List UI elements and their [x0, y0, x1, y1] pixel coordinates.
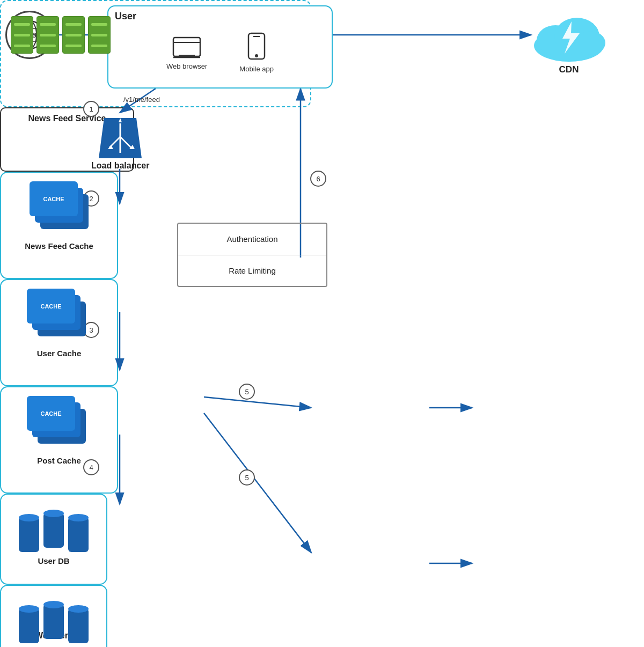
- post-db-box: Post DB: [0, 585, 107, 647]
- diagram: DNS User Web browser: [0, 0, 644, 647]
- svg-line-9: [204, 397, 311, 408]
- auth-label: Authentication: [178, 224, 326, 255]
- svg-rect-20: [173, 38, 200, 56]
- user-cache-label: User Cache: [37, 349, 82, 358]
- cdn-label: CDN: [526, 64, 612, 75]
- post-cache-box: CACHE CACHE CACHE Post Cache: [0, 386, 118, 494]
- news-feed-cache-box: CACHE CACHE CACHE News Feed Cache: [0, 172, 118, 279]
- step-5b-circle: 5: [239, 469, 255, 486]
- step-5a-circle: 5: [239, 384, 255, 400]
- svg-point-30: [575, 31, 605, 55]
- svg-line-10: [204, 413, 311, 553]
- user-label: User: [115, 11, 136, 22]
- user-cache-box: CACHE CACHE CACHE User Cache: [0, 279, 118, 386]
- rate-limiting-label: Rate Limiting: [178, 255, 326, 286]
- web-browser-label: Web browser: [166, 62, 207, 70]
- post-db-cylinders: [19, 604, 89, 643]
- user-box: User Web browser Mobile app: [107, 5, 333, 89]
- route-label: /v1/me/feed: [123, 95, 160, 104]
- post-cache-label: Post Cache: [37, 456, 81, 465]
- svg-point-25: [255, 54, 258, 57]
- user-db-box: User DB: [0, 494, 107, 585]
- user-db-cylinders: [19, 513, 89, 552]
- step-4-circle: 4: [83, 459, 99, 475]
- mobile-app-node: Mobile app: [239, 32, 274, 73]
- web-browser-node: Web browser: [166, 35, 207, 70]
- server-stacks: [11, 16, 111, 54]
- mobile-app-label: Mobile app: [239, 65, 274, 73]
- news-feed-cache-label: News Feed Cache: [1, 241, 117, 251]
- user-db-label: User DB: [38, 556, 69, 565]
- auth-rate-box: Authentication Rate Limiting: [177, 223, 327, 287]
- load-balancer-label: Load balancer: [91, 161, 149, 171]
- cdn-node: CDN: [526, 5, 612, 64]
- load-balancer-node: Load balancer: [91, 113, 149, 171]
- step-6-circle: 6: [310, 171, 326, 187]
